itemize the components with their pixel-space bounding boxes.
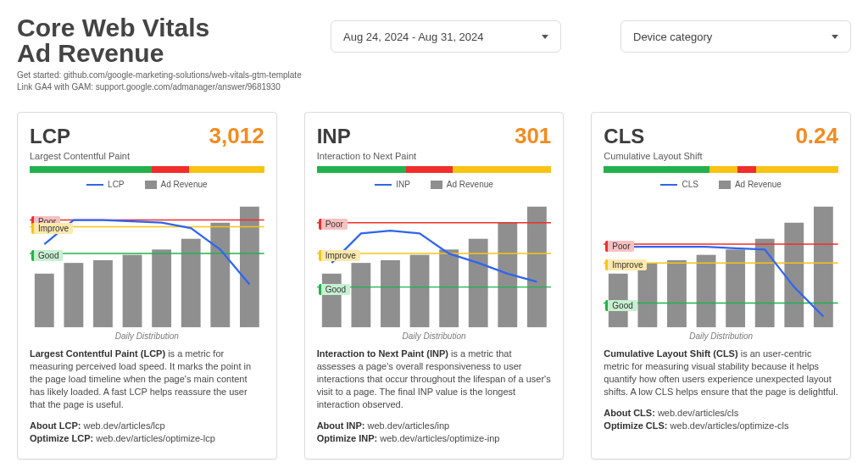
bar-swatch-icon [431,181,442,189]
legend-bar: Ad Revenue [431,180,493,189]
title-line2: Ad Revenue [17,39,164,67]
chart-legend: CLS Ad Revenue [604,180,838,189]
page-title: Core Web Vitals Ad Revenue [17,15,305,66]
line-swatch-icon [86,184,103,186]
band-good: Good [319,284,350,295]
caret-down-icon [542,35,548,39]
card-header: CLS 0.24 [604,123,838,149]
band-good: Good [605,300,637,311]
legend-line: LCP [86,180,124,189]
chart-caption: Daily Distribution [604,331,838,341]
sublink-get-started: Get started: github.com/google-marketing… [17,70,305,81]
metric-full-name: Interaction to Next Paint [317,151,552,161]
metric-description: Largest Contentful Paint (LCP) is a metr… [30,348,264,411]
card-cls: CLS 0.24 Cumulative Layout Shift CLS Ad … [591,112,851,459]
device-category-select[interactable]: Device category [620,20,851,53]
selectors: Aug 24, 2024 - Aug 31, 2024 Device categ… [331,20,851,53]
band-good: Good [31,250,63,261]
status-bar [317,166,552,173]
metric-value: 3,012 [209,123,264,149]
legend-line: CLS [660,180,698,189]
status-bar [604,166,838,173]
metric-value: 301 [515,123,551,149]
metric-description: Cumulative Layout Shift (CLS) is an user… [604,348,838,398]
chart-wrap: LCP Ad Revenue Poor Improve Good Daily D… [30,180,264,341]
metric-links: About INP: web.dev/articles/inp Optimize… [317,420,552,445]
chart-caption: Daily Distribution [317,331,552,341]
threshold-labels: Poor Improve Good [604,192,838,328]
device-category-value: Device category [633,31,712,43]
chart-legend: LCP Ad Revenue [30,180,264,189]
metric-abbr: LCP [30,125,70,148]
sublink-link-ga4: Link GA4 with GAM: support.google.com/ad… [17,81,305,93]
metric-description: Interaction to Next Paint (INP) is a met… [317,348,552,411]
chart-wrap: INP Ad Revenue Poor Improve Good Daily D… [317,180,552,341]
band-improve: Improve [605,259,647,270]
band-improve: Improve [31,223,73,234]
status-bar-yellow-2 [756,166,838,173]
status-bar-red [406,166,453,173]
line-swatch-icon [375,184,392,186]
chart-caption: Daily Distribution [30,331,264,341]
chart-lcp: Poor Improve Good [30,192,264,328]
chart-cls: Poor Improve Good [604,192,838,328]
status-bar-green [604,166,709,173]
line-swatch-icon [660,184,677,186]
metric-abbr: CLS [604,125,644,148]
metric-full-name: Cumulative Layout Shift [604,151,838,161]
status-bar-yellow [453,166,551,173]
status-bar-red [737,166,756,173]
card-inp: INP 301 Interaction to Next Paint INP Ad… [304,112,565,459]
threshold-labels: Poor Improve Good [30,192,264,328]
title-line1: Core Web Vitals [17,14,209,42]
metric-links: About CLS: web.dev/articles/cls Optimize… [604,407,838,432]
band-poor: Poor [605,241,634,252]
date-range-value: Aug 24, 2024 - Aug 31, 2024 [343,31,484,43]
band-improve: Improve [319,250,360,261]
chart-wrap: CLS Ad Revenue Poor Improve Good Daily D… [604,180,838,341]
metric-full-name: Largest Contentful Paint [30,151,264,161]
cards-row: LCP 3,012 Largest Contentful Paint LCP A… [17,112,851,459]
card-lcp: LCP 3,012 Largest Contentful Paint LCP A… [17,112,277,459]
status-bar-yellow [709,166,737,173]
bar-swatch-icon [145,181,157,189]
chart-inp: Poor Improve Good [317,192,552,328]
status-bar-red [152,166,189,173]
chart-legend: INP Ad Revenue [317,180,552,189]
date-range-select[interactable]: Aug 24, 2024 - Aug 31, 2024 [331,20,561,53]
legend-bar: Ad Revenue [719,180,782,189]
status-bar-yellow [189,166,264,173]
card-header: INP 301 [317,123,552,149]
bar-swatch-icon [719,181,731,189]
metric-value: 0.24 [795,123,838,149]
metric-abbr: INP [317,125,351,148]
legend-bar: Ad Revenue [145,180,208,189]
threshold-labels: Poor Improve Good [317,192,552,328]
status-bar-green [317,166,406,173]
band-poor: Poor [319,219,348,230]
card-header: LCP 3,012 [30,123,264,149]
title-block: Core Web Vitals Ad Revenue Get started: … [17,15,305,93]
caret-down-icon [832,35,838,39]
header-sublinks: Get started: github.com/google-marketing… [17,70,305,93]
status-bar-green [30,166,152,173]
metric-links: About LCP: web.dev/articles/lcp Optimize… [30,420,264,445]
legend-line: INP [375,180,410,189]
header: Core Web Vitals Ad Revenue Get started: … [17,15,851,100]
status-bar [30,166,264,173]
